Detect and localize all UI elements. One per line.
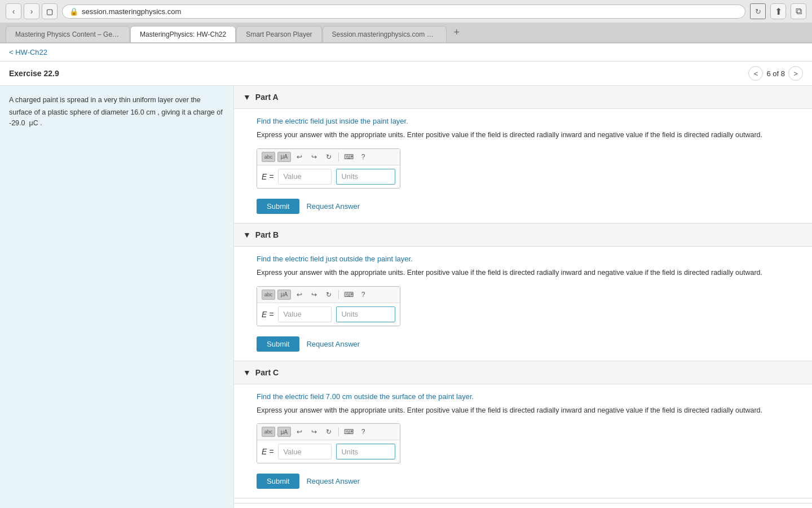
part-b-units-input[interactable] (336, 306, 395, 322)
part-b-value-input[interactable] (278, 306, 332, 322)
share-button[interactable]: ⬆ (770, 3, 786, 19)
part-c-body: Find the electric field 7.00 cm outside … (234, 384, 812, 498)
part-c-toolbar: abc μA ↩ ↪ ↻ ⌨ ? (257, 424, 400, 440)
toolbar-icon-abc[interactable]: abc (262, 152, 275, 162)
toolbar-c-sep-1 (338, 427, 339, 436)
part-a-instruction: Find the electric field just inside the … (257, 117, 801, 125)
part-b-title: Part B (255, 230, 279, 239)
exercise-header: Exercise 22.9 < 6 of 8 > (0, 62, 812, 86)
toolbar-b-help[interactable]: ? (357, 290, 369, 300)
toolbar-b-icon-ua[interactable]: μA (277, 290, 291, 300)
toolbar-c-refresh[interactable]: ↻ (323, 427, 335, 437)
part-a-answer-box: abc μA ↩ ↪ ↻ ⌨ ? E = (257, 148, 400, 189)
tab-mastering-physics-content[interactable]: Mastering Physics Content – General Phys… (6, 26, 130, 42)
forward-button[interactable]: › (24, 3, 39, 19)
toolbar-sep-1 (338, 152, 339, 161)
part-c-value-input[interactable] (278, 444, 332, 459)
expand-button[interactable]: ⧉ (791, 3, 806, 19)
tab-bar: Mastering Physics Content – General Phys… (0, 23, 812, 43)
part-a-eq-label: E = (262, 172, 273, 181)
problem-sidebar: A charged paint is spread in a very thin… (0, 86, 234, 508)
toolbar-icon-ua[interactable]: μA (277, 152, 291, 162)
toolbar-c-undo[interactable]: ↩ (293, 427, 306, 437)
part-c-answer-box: abc μA ↩ ↪ ↻ ⌨ ? E = (257, 423, 400, 463)
part-c-note: Express your answer with the appropriate… (257, 405, 801, 416)
reload-button[interactable]: ↻ (750, 3, 766, 19)
part-b-btn-row: Submit Request Answer (257, 336, 801, 352)
part-c-btn-row: Submit Request Answer (257, 474, 801, 489)
back-link[interactable]: < HW-Ch22 (9, 48, 47, 56)
part-b-toggle: ▼ (243, 230, 251, 239)
part-c-instruction: Find the electric field 7.00 cm outside … (257, 392, 801, 401)
window-button[interactable]: ▢ (42, 3, 58, 19)
toolbar-b-icon-abc[interactable]: abc (262, 290, 275, 300)
part-c-input-row: E = (257, 440, 400, 463)
next-page-button[interactable]: > (788, 66, 803, 81)
toolbar-b-refresh[interactable]: ↻ (323, 290, 335, 300)
part-b-request[interactable]: Request Answer (306, 340, 360, 348)
pagination: < 6 of 8 > (748, 66, 803, 81)
tab-session[interactable]: Session.masteringphysics.com Mastering P… (323, 26, 447, 42)
part-a-input-row: E = (257, 165, 400, 188)
url-text: session.masteringphysics.com (82, 7, 181, 16)
tab-smart-pearson[interactable]: Smart Pearson Player (236, 26, 321, 42)
part-b-submit[interactable]: Submit (257, 336, 299, 352)
toolbar-redo[interactable]: ↪ (308, 152, 320, 162)
tab-mastering-physics-hw[interactable]: MasteringPhysics: HW-Ch22 (130, 26, 236, 42)
toolbar-b-sep-1 (338, 290, 339, 299)
lock-icon: 🔒 (69, 7, 78, 16)
toolbar-c-icon-abc[interactable]: abc (262, 427, 275, 437)
toolbar-b-undo[interactable]: ↩ (293, 290, 306, 300)
page-footer: Provide Feedback Next > (234, 503, 812, 508)
page-nav: < HW-Ch22 (0, 43, 812, 62)
part-b-section: ▼ Part B Find the electric field just ou… (234, 224, 812, 361)
part-a-note: Express your answer with the appropriate… (257, 130, 801, 141)
part-b-input-row: E = (257, 303, 400, 326)
part-b-toolbar: abc μA ↩ ↪ ↻ ⌨ ? (257, 287, 400, 303)
part-a-btn-row: Submit Request Answer (257, 199, 801, 214)
part-a-toolbar: abc μA ↩ ↪ ↻ ⌨ ? (257, 149, 400, 165)
part-a-value-input[interactable] (278, 169, 332, 185)
part-a-header[interactable]: ▼ Part A (234, 86, 812, 109)
back-button[interactable]: ‹ (6, 3, 21, 19)
part-c-eq-label: E = (262, 447, 273, 456)
toolbar-keyboard[interactable]: ⌨ (342, 152, 355, 162)
toolbar-help[interactable]: ? (357, 152, 369, 162)
part-c-title: Part C (255, 368, 279, 377)
part-c-header[interactable]: ▼ Part C (234, 361, 812, 384)
part-b-eq-label: E = (262, 310, 273, 319)
page-count: 6 of 8 (766, 69, 785, 78)
problem-text: A charged paint is spread in a very thin… (9, 95, 224, 128)
part-a-section: ▼ Part A Find the electric field just in… (234, 86, 812, 224)
toolbar-c-help[interactable]: ? (357, 427, 369, 437)
part-b-answer-box: abc μA ↩ ↪ ↻ ⌨ ? E = (257, 286, 400, 326)
new-tab-button[interactable]: + (447, 23, 467, 42)
part-c-submit[interactable]: Submit (257, 474, 299, 489)
toolbar-refresh[interactable]: ↻ (323, 152, 335, 162)
part-b-header[interactable]: ▼ Part B (234, 224, 812, 247)
part-b-body: Find the electric field just outside the… (234, 247, 812, 361)
part-a-toggle: ▼ (243, 93, 251, 102)
part-a-body: Find the electric field just inside the … (234, 109, 812, 223)
part-a-units-input[interactable] (336, 169, 395, 185)
part-c-toggle: ▼ (243, 368, 251, 377)
toolbar-c-icon-ua[interactable]: μA (277, 427, 291, 437)
part-b-instruction: Find the electric field just outside the… (257, 255, 801, 263)
toolbar-b-keyboard[interactable]: ⌨ (342, 290, 355, 300)
part-c-request[interactable]: Request Answer (306, 477, 360, 485)
toolbar-b-redo[interactable]: ↪ (308, 290, 320, 300)
toolbar-c-redo[interactable]: ↪ (308, 427, 320, 437)
part-c-section: ▼ Part C Find the electric field 7.00 cm… (234, 361, 812, 499)
content-area: ▼ Part A Find the electric field just in… (234, 86, 812, 508)
part-b-note: Express your answer with the appropriate… (257, 268, 801, 278)
toolbar-c-keyboard[interactable]: ⌨ (342, 427, 355, 437)
part-a-request[interactable]: Request Answer (306, 202, 360, 211)
part-a-submit[interactable]: Submit (257, 199, 299, 214)
toolbar-undo[interactable]: ↩ (293, 152, 306, 162)
part-a-title: Part A (255, 93, 279, 102)
exercise-title: Exercise 22.9 (9, 69, 59, 78)
part-c-units-input[interactable] (336, 444, 395, 459)
address-bar[interactable]: 🔒 session.masteringphysics.com (62, 5, 745, 19)
prev-page-button[interactable]: < (748, 66, 763, 81)
